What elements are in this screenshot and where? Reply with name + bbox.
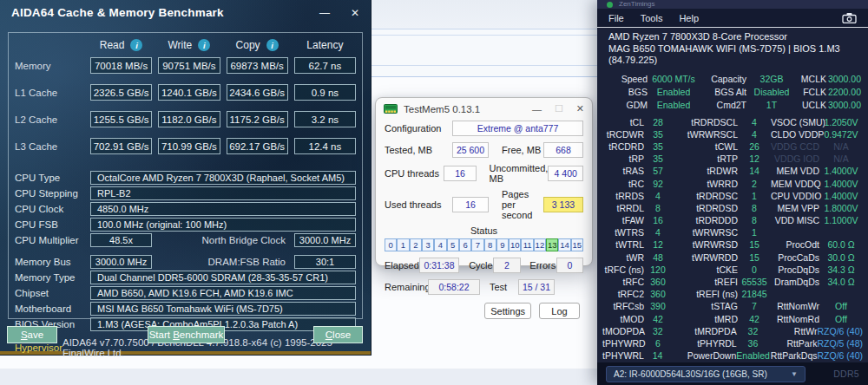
config-label: UCLK [797,100,826,110]
remaining-value: 0:58:22 [428,279,480,295]
info-row-label: Motherboard [15,303,84,314]
close-button[interactable]: ✕ [576,103,584,114]
minimize-button[interactable]: — [319,7,330,19]
voltage-value: N/A [819,153,863,164]
stat-value: 4 400 [548,166,583,181]
hypervisor-label: Hypervisor [15,343,62,353]
timing-value: 1 [738,191,771,201]
benchmark-write-value: 1240.1 GB/s [158,84,220,101]
elapsed-row: Elapsed 0:31:38 Cycle 2 Errors 0 [385,258,583,273]
info-row-value: Dual Channel DDR5-6000 SDRAM (28-35-35-5… [90,271,356,284]
benchmark-header-row: Read i Write i Copy i Latency i [15,39,356,51]
info-icon[interactable]: i [198,39,210,51]
timing-label: tCL [602,117,644,127]
menu-tools[interactable]: Tools [641,13,663,23]
timing-value: 12 [738,153,771,164]
benchmark-row-label: L1 Cache [15,88,84,98]
benchmark-column-header: Read i [90,39,152,51]
timing-row: tRFC 360 tREFI 65535 DramDqDs 34.0 Ω [602,276,863,288]
timing-label: tPHYWRL [602,350,644,361]
timing-value: 4 [738,117,771,127]
memory-config-row: BGS Enabled BGS Alt Disabled FCLK 2200.0… [602,86,863,99]
aida64-titlebar[interactable]: AIDA64 Cache & Memory Benchmark — ✕ [0,0,371,25]
stat-value: 3 133 [543,197,583,212]
config-value: 32GB [746,74,797,84]
voltage-value: Off [819,314,863,324]
info-icon[interactable]: i [130,39,142,51]
benchmark-panel: Read i Write i Copy i Latency i Memory 7… [8,32,363,319]
voltage-value: 1.8000V [819,203,863,213]
timing-row: tRP 35 tRTP 12 VDDG IOD N/A [602,153,863,165]
remaining-label: Remaining [385,282,428,292]
timing-value: 8 [644,203,672,213]
menu-file[interactable]: File [608,13,624,23]
timing-row: tWR 48 tWRWRDD 15 ProcCaDs 30.0 Ω [602,251,863,264]
timing-label: tMODPDA [602,326,644,336]
system-info-row: CPU Clock 4850.0 MHz [15,202,356,216]
timing-label: tRDRDSC [672,191,738,201]
timing-value: 15 [738,252,771,263]
save-button[interactable]: Save [7,326,57,343]
errors-value: 0 [556,258,583,273]
testmem5-stat-row: Used threads 16 Pages per second 3 133 [385,189,583,220]
timing-value: 36 [737,338,770,349]
timing-label: tWRWRSCL [672,129,738,140]
minimize-button[interactable]: — [532,104,542,114]
timing-label: tREFI (ns) [672,289,738,299]
timing-row: tRFCsb 390 tSTAG 7 RttNomWr Off [602,300,863,312]
start-benchmark-button[interactable]: Start Benchmark [148,326,225,343]
timing-label: tCWL [672,141,738,152]
info-row-label: Chipset [15,288,84,298]
settings-button[interactable]: Settings [484,303,531,319]
log-button[interactable]: Log [539,303,580,319]
close-button[interactable]: ✕ [351,7,359,19]
config-label: GDM [602,100,648,110]
timing-row: tRC 92 tWRRD 2 MEM VDDQ 1.4000V [602,177,863,189]
status-section-label: Status [385,225,583,236]
config-value: 3000.00 [826,100,863,110]
test-status-cell: 9 [496,238,509,251]
configuration-label: Configuration [385,123,452,134]
voltage-value: 0.9472V [819,129,863,140]
test-status-cell: 7 [471,238,483,251]
timing-label: tRCDWR [602,129,644,140]
config-value: Enabled [648,87,700,97]
timing-row: tRRDS 4 tRDRDSC 1 CPU VDDIO 1.4000V [602,190,863,202]
timing-row: tRAS 57 tRDWR 14 MEM VDD 1.4000V [602,165,863,177]
timing-value: 32 [644,326,672,336]
stat-value: 16 [444,166,476,181]
config-value: 6000 MT/s [648,74,700,84]
benchmark-column-header: Copy i [227,39,288,51]
column-header-label: Write [168,39,192,51]
test-status-cell: 10 [509,238,521,251]
dimm-selector-dropdown[interactable]: A2: IR-6000D564L30S/16G (16GB, SR) ▼ [606,366,806,382]
timing-value: 92 [644,179,672,189]
zentimings-titlebar[interactable]: ZenTimings [597,0,868,9]
menu-help[interactable]: Help [679,13,699,23]
test-label: Test [490,282,518,292]
timing-value: 42 [738,314,771,324]
benchmark-row-label: L2 Cache [15,114,84,125]
timing-value: 6 [644,338,672,349]
info-row-label: CPU FSB [15,219,84,230]
screenshot-camera-button[interactable] [842,12,857,23]
stat-value: 668 [543,142,583,158]
config-value: Enabled [648,100,700,110]
timing-label: tMOD [602,314,644,324]
system-info-row: Motherboard MSI MAG B650 Tomahawk WiFi (… [15,302,356,316]
timing-value: Enabled [736,350,769,361]
ram-stick-icon [384,104,398,114]
window-title: ZenTimings [619,0,655,9]
benchmark-column-header: Latency i [294,39,356,51]
benchmark-column-header: Write i [158,39,220,51]
testmem5-titlebar[interactable]: TestMem5 0.13.1 — ☐ ✕ [376,98,592,120]
timing-row: tMODPDA 32 tMRDPDA 32 RttWr RZQ/6 (40) [602,325,863,337]
close-window-button[interactable]: Close [313,326,363,343]
dimm-selector-value: A2: IR-6000D564L30S/16G (16GB, SR) [614,369,767,379]
timing-value: 14 [738,166,771,176]
benchmark-read-value: 702.91 GB/s [90,138,152,154]
stat-label: Used threads [385,199,452,210]
benchmark-copy-value: 1175.2 GB/s [227,111,288,127]
info-icon[interactable]: i [266,39,279,51]
voltage-value: 1.1000V [819,215,863,225]
